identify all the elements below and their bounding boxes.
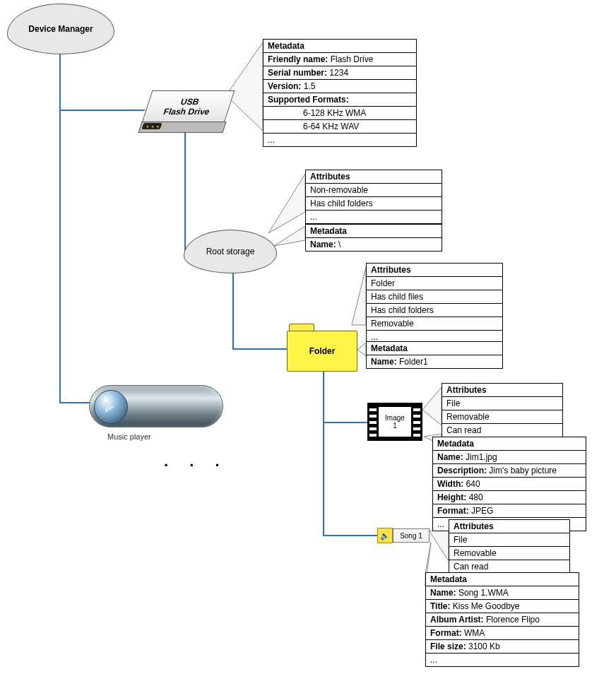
panel-row: File size: 3100 Kb xyxy=(426,640,579,654)
play-icon xyxy=(105,401,114,413)
panel-row: Friendly name: Flash Drive xyxy=(263,53,416,66)
panel-header: Attributes xyxy=(367,264,502,277)
panel-row: Name: Folder1 xyxy=(367,355,502,368)
panel-row: Width: 640 xyxy=(433,478,586,491)
svg-marker-3 xyxy=(352,267,366,325)
panel-header: Metadata xyxy=(433,437,586,451)
panel-row: File xyxy=(449,533,569,547)
song-attributes-panel: Attributes File Removable Can read xyxy=(449,519,570,574)
panel-row: Format: WMA xyxy=(426,627,579,640)
image-attributes-panel: Attributes File Removable Can read xyxy=(442,383,563,437)
root-storage-node: Root storage xyxy=(184,230,277,273)
svg-marker-4 xyxy=(357,343,366,356)
speaker-icon: 🔈 xyxy=(377,528,393,543)
diagram-canvas: Device Manager USB Flash Drive ● ● ● ● R… xyxy=(0,0,616,674)
panel-row: Serial number: 1234 xyxy=(263,66,416,80)
svg-marker-1 xyxy=(268,174,305,233)
song-metadata-panel: Metadata Name: Song 1.WMA Title: Kiss Me… xyxy=(425,572,579,667)
panel-row: Height: 480 xyxy=(433,491,586,504)
ellipsis: . . . xyxy=(164,452,228,471)
panel-row: Name: Song 1.WMA xyxy=(426,586,579,600)
panel-row: Has child files xyxy=(367,290,502,304)
panel-row: Album Artist: Florence Flipo xyxy=(426,613,579,627)
root-attributes-panel: Attributes Non-removable Has child folde… xyxy=(305,170,442,224)
panel-row: Version: 1.5 xyxy=(263,80,416,93)
panel-row: Removable xyxy=(449,547,569,560)
panel-row: 6-64 KHz WAV xyxy=(263,120,416,134)
panel-row: Name: \ xyxy=(306,238,442,251)
panel-row: Removable xyxy=(367,317,502,331)
panel-header: Metadata xyxy=(367,342,502,355)
panel-row: ... xyxy=(426,654,579,666)
usb-flash-drive-node: USB Flash Drive ● ● ● ● xyxy=(147,90,228,131)
image-node: Image 1 xyxy=(367,403,422,441)
panel-row: ... xyxy=(306,211,442,223)
root-metadata-panel: Metadata Name: \ xyxy=(305,224,442,252)
usb-metadata-panel: Metadata Friendly name: Flash Drive Seri… xyxy=(263,39,417,147)
panel-header: Attributes xyxy=(449,520,569,533)
panel-row: Title: Kiss Me Goodbye xyxy=(426,600,579,613)
folder-attributes-panel: Attributes Folder Has child files Has ch… xyxy=(366,263,503,344)
panel-row: Folder xyxy=(367,277,502,290)
panel-row: Removable xyxy=(442,410,562,424)
panel-row: Non-removable xyxy=(306,184,442,197)
folder-label: Folder xyxy=(309,346,336,356)
folder-metadata-panel: Metadata Name: Folder1 xyxy=(366,341,503,369)
panel-row: Supported Formats: xyxy=(263,93,416,107)
usb-label: USB Flash Drive xyxy=(162,97,215,117)
panel-row: 6-128 KHz WMA xyxy=(263,107,416,120)
music-player-node xyxy=(89,385,223,427)
panel-row: Can read xyxy=(442,424,562,437)
song-label: Song 1 xyxy=(400,532,422,540)
device-manager-node: Device Manager xyxy=(7,4,114,54)
image-metadata-panel: Metadata Name: Jim1.jpg Description: Jim… xyxy=(432,437,586,531)
panel-row: Has child folders xyxy=(306,197,442,211)
panel-header: Attributes xyxy=(442,384,562,397)
music-player-label: Music player xyxy=(107,432,151,441)
panel-header: Metadata xyxy=(426,573,579,586)
device-manager-label: Device Manager xyxy=(28,24,93,34)
panel-row: Can read xyxy=(449,560,569,573)
panel-header: Metadata xyxy=(306,225,442,238)
panel-row: Format: JPEG xyxy=(433,504,586,518)
svg-marker-2 xyxy=(274,226,305,246)
svg-marker-0 xyxy=(226,42,263,131)
svg-marker-5 xyxy=(422,387,442,425)
panel-header: Metadata xyxy=(263,40,416,53)
root-storage-label: Root storage xyxy=(206,247,255,256)
image-label: Image 1 xyxy=(385,414,405,430)
folder-node: Folder xyxy=(287,324,356,370)
panel-row: Description: Jim's baby picture xyxy=(433,464,586,478)
panel-header: Attributes xyxy=(306,170,442,184)
panel-row: Has child folders xyxy=(367,304,502,317)
panel-row: Name: Jim1.jpg xyxy=(433,451,586,464)
panel-row: File xyxy=(442,397,562,410)
song-node: Song 1 xyxy=(393,528,430,543)
panel-row: ... xyxy=(263,134,416,146)
